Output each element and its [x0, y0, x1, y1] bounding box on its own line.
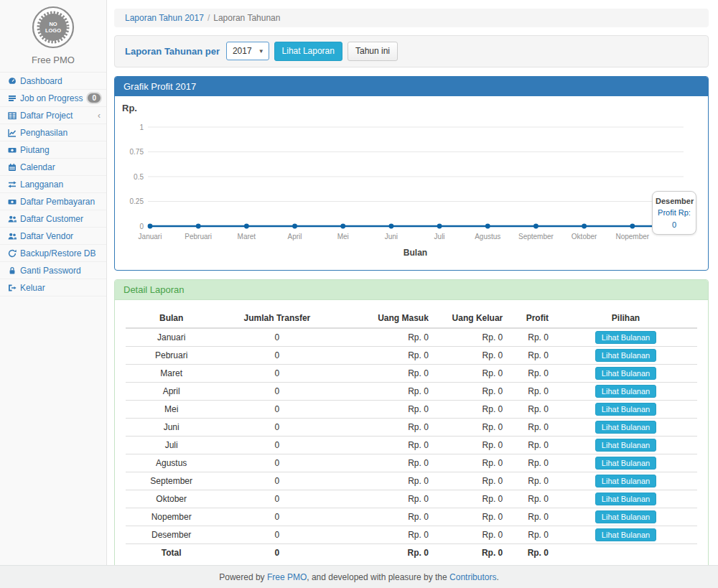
cell: 0	[217, 400, 337, 418]
sidebar-item-label: Job on Progress	[20, 93, 83, 103]
cell: Rp. 0	[337, 364, 434, 382]
action-cell: Lihat Bulanan	[554, 418, 697, 436]
lihat-bulanan-button[interactable]: Lihat Bulanan	[595, 493, 656, 505]
column-header-uang-masuk: Uang Masuk	[337, 309, 434, 328]
sidebar-item-piutang[interactable]: Piutang	[0, 141, 106, 159]
footer-text: , and developed with pleasure by the	[307, 572, 449, 582]
table-row: Juli0Rp. 0Rp. 0Rp. 0Lihat Bulanan	[126, 436, 697, 454]
table-row: April0Rp. 0Rp. 0Rp. 0Lihat Bulanan	[126, 382, 697, 400]
sidebar-item-label: Penghasilan	[20, 128, 67, 138]
profit-chart-panel: Grafik Profit 2017 Rp.10.750.50.250Janua…	[114, 76, 709, 271]
sidebar-item-dashboard[interactable]: Dashboard	[0, 73, 106, 90]
users-icon	[8, 232, 17, 241]
chart-point[interactable]	[389, 223, 394, 228]
lihat-bulanan-button[interactable]: Lihat Bulanan	[595, 475, 656, 487]
lihat-bulanan-button[interactable]: Lihat Bulanan	[595, 385, 656, 398]
sidebar-item-daftar-customer[interactable]: Daftar Customer	[0, 210, 106, 228]
cell: Nopember	[126, 508, 217, 526]
cell: Rp. 0	[508, 364, 554, 382]
tooltip-value: Profit Rp: 0	[656, 207, 693, 230]
sidebar-item-job-on-progress[interactable]: Job on Progress0	[0, 90, 106, 107]
sidebar-item-label: Langganan	[20, 179, 63, 190]
lihat-bulanan-button[interactable]: Lihat Bulanan	[595, 349, 656, 362]
lihat-bulanan-button[interactable]: Lihat Bulanan	[595, 421, 656, 434]
cell: Juli	[126, 436, 217, 454]
chart-point[interactable]	[533, 223, 538, 228]
table-row: Oktober0Rp. 0Rp. 0Rp. 0Lihat Bulanan	[126, 490, 697, 508]
chart-point[interactable]	[485, 223, 490, 228]
x-tick-label: Nopember	[615, 233, 649, 241]
lihat-bulanan-button[interactable]: Lihat Bulanan	[595, 403, 656, 416]
tooltip-title: Desember	[656, 195, 693, 207]
table-row: Mei0Rp. 0Rp. 0Rp. 0Lihat Bulanan	[126, 400, 697, 418]
cell: Rp. 0	[508, 382, 554, 400]
breadcrumb-link[interactable]: Laporan Tahun 2017	[125, 13, 204, 23]
lihat-bulanan-button[interactable]: Lihat Bulanan	[595, 367, 656, 380]
sidebar-item-label: Ganti Password	[20, 266, 81, 276]
main-content: Laporan Tahun 2017/Laporan Tahunan Lapor…	[107, 0, 718, 565]
chart-point[interactable]	[630, 223, 635, 228]
cell: Rp. 0	[337, 490, 434, 508]
detail-report-panel: Detail Laporan BulanJumlah TransferUang …	[114, 279, 709, 572]
chart-point[interactable]	[196, 223, 201, 228]
year-select[interactable]: 2017 ▼	[226, 42, 269, 60]
chart-panel-title: Grafik Profit 2017	[115, 77, 708, 96]
cell: Rp. 0	[337, 436, 434, 454]
cell: 0	[217, 418, 337, 436]
cell: Rp. 0	[508, 526, 554, 543]
sidebar-item-langganan[interactable]: Langganan	[0, 176, 106, 193]
brand-block: NO LOGO Free PMO	[0, 0, 106, 73]
cell: Rp. 0	[337, 400, 434, 418]
sidebar-item-calendar[interactable]: Calendar	[0, 159, 106, 176]
lihat-bulanan-button[interactable]: Lihat Bulanan	[595, 510, 656, 523]
sidebar-item-daftar-project[interactable]: Daftar Project‹	[0, 107, 106, 124]
money-icon	[8, 197, 17, 206]
x-tick-label: Pebruari	[185, 233, 212, 241]
cell: Rp. 0	[434, 364, 508, 382]
users-icon	[8, 215, 17, 223]
action-cell: Lihat Bulanan	[554, 328, 697, 347]
cell: Rp. 0	[434, 328, 508, 347]
lock-icon	[8, 266, 17, 275]
lihat-laporan-button[interactable]: Lihat Laporan	[274, 42, 342, 61]
chart-point[interactable]	[340, 223, 345, 228]
tahun-ini-button[interactable]: Tahun ini	[348, 42, 398, 61]
footer-link-contributors[interactable]: Contributors	[449, 572, 496, 582]
sidebar-item-backup-restore-db[interactable]: Backup/Restore DB	[0, 245, 106, 262]
action-cell: Lihat Bulanan	[554, 346, 697, 364]
chart-point[interactable]	[244, 223, 249, 228]
column-header-pilihan: Pilihan	[554, 309, 697, 328]
sidebar-menu: DashboardJob on Progress0Daftar Project‹…	[0, 73, 106, 297]
sidebar-item-label: Daftar Pembayaran	[20, 197, 95, 207]
cell: 0	[217, 490, 337, 508]
x-tick-label: Januari	[139, 233, 162, 241]
sidebar-item-keluar[interactable]: Keluar	[0, 279, 106, 297]
breadcrumb-separator: /	[204, 13, 213, 23]
footer-link-free-pmo[interactable]: Free PMO	[267, 572, 307, 582]
tasks-icon	[8, 94, 17, 103]
logo-text: NO	[49, 21, 57, 27]
chevron-down-icon: ▼	[258, 48, 264, 55]
chart-point[interactable]	[582, 223, 587, 228]
x-tick-label: Oktober	[572, 233, 597, 241]
cell: Januari	[126, 328, 217, 347]
cell: Rp. 0	[508, 436, 554, 454]
chart-point[interactable]	[437, 223, 442, 228]
sidebar-item-daftar-vendor[interactable]: Daftar Vendor	[0, 228, 106, 245]
sidebar-item-daftar-pembayaran[interactable]: Daftar Pembayaran	[0, 193, 106, 210]
y-tick-label: 0.5	[134, 172, 144, 180]
lihat-bulanan-button[interactable]: Lihat Bulanan	[595, 457, 656, 470]
cell: 0	[217, 526, 337, 543]
lihat-bulanan-button[interactable]: Lihat Bulanan	[595, 439, 656, 452]
cell: 0	[217, 346, 337, 364]
sidebar-item-label: Calendar	[20, 162, 55, 172]
chart-point[interactable]	[292, 223, 297, 228]
table-body: Januari0Rp. 0Rp. 0Rp. 0Lihat BulananPebr…	[126, 328, 697, 561]
chart-point[interactable]	[148, 223, 153, 228]
lihat-bulanan-button[interactable]: Lihat Bulanan	[595, 528, 656, 541]
lihat-bulanan-button[interactable]: Lihat Bulanan	[595, 331, 656, 344]
total-cell: Total	[126, 543, 217, 561]
sidebar-item-penghasilan[interactable]: Penghasilan	[0, 124, 106, 141]
cell: Rp. 0	[508, 328, 554, 347]
sidebar-item-ganti-password[interactable]: Ganti Password	[0, 262, 106, 279]
